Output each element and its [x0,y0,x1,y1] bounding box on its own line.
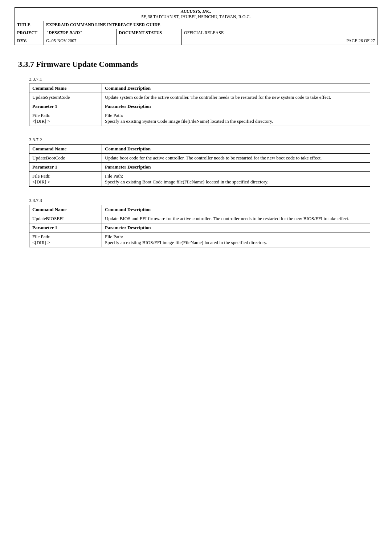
col-command-name: Command Name [29,145,102,154]
document-label: DOCUMENT STATUS [117,29,182,37]
col-command-desc: Command Description [102,205,370,214]
param-desc-cell: File Path:Specify an existing BIOS/EFI i… [102,232,370,247]
title-label: TITLE [15,21,44,29]
cmd-table-1: Command Name Command Description UpdateS… [29,84,370,126]
param-desc-header-cell: Parameter Description [102,223,370,232]
company-address: 5F, 38 TAIYUAN ST, JHUBEI, HSINCHU, TAIW… [142,14,251,19]
param-label-cell: Parameter 1 [29,102,102,111]
cmd-desc-cell: Update BIOS and EFI firmware for the act… [102,214,370,223]
col-command-desc: Command Description [102,84,370,93]
page: ACCUSYS, INC. 5F, 38 TAIYUAN ST, JHUBEI,… [0,0,392,555]
header-table: ACCUSYS, INC. 5F, 38 TAIYUAN ST, JHUBEI,… [15,7,377,45]
cmd-header-row: Command Name Command Description [29,84,370,93]
cmd-data-row: UpdateBIOSEFI Update BIOS and EFI firmwa… [29,214,370,223]
param-header-row: Parameter 1 Parameter Description [29,223,370,232]
page-placeholder [117,37,182,45]
cmd-desc-cell: Update boot code for the active controll… [102,154,370,163]
cmd-table-2: Command Name Command Description UpdateB… [29,144,370,187]
cmd-data-row: UpdateBootCode Update boot code for the … [29,154,370,163]
cmd-name-cell: UpdateBootCode [29,154,102,163]
subsection-num-3: 3.3.7.3 [15,198,377,203]
param-desc-header-cell: Parameter Description [102,163,370,172]
param-data-row: File Path:<[DIR] > File Path:Specify an … [29,232,370,247]
project-value: "DESKTOP RAID" [44,29,117,37]
cmd-header-row: Command Name Command Description [29,145,370,154]
param-desc-cell: File Path:Specify an existing Boot Code … [102,172,370,187]
tables-container: 3.3.7.1 Command Name Command Description… [15,76,377,247]
rev-value: G–05-NOV-2007 [44,37,117,45]
company-info: ACCUSYS, INC. 5F, 38 TAIYUAN ST, JHUBEI,… [15,8,377,21]
subsection-num-1: 3.3.7.1 [15,76,377,82]
param-name-cell: File Path:<[DIR] > [29,111,102,126]
cmd-name-cell: UpdateSystemCode [29,93,102,102]
param-desc-cell: File Path:Specify an existing System Cod… [102,111,370,126]
cmd-header-row: Command Name Command Description [29,205,370,214]
page-value: PAGE 26 OF 27 [182,37,377,45]
param-label-cell: Parameter 1 [29,223,102,232]
title-value: EXPERAID COMMAND LINE INTERFACE USER GUI… [44,21,377,29]
section-title: 3.3.7 Firmware Update Commands [15,60,377,69]
col-command-name: Command Name [29,205,102,214]
cmd-table-3: Command Name Command Description UpdateB… [29,205,370,247]
col-command-desc: Command Description [102,145,370,154]
company-name: ACCUSYS, INC. [181,9,211,14]
cmd-name-cell: UpdateBIOSEFI [29,214,102,223]
param-desc-header-cell: Parameter Description [102,102,370,111]
document-value: OFFICIAL RELEASE [182,29,377,37]
cmd-data-row: UpdateSystemCode Update system code for … [29,93,370,102]
subsection-num-2: 3.3.7.2 [15,137,377,143]
rev-label: REV. [15,37,44,45]
param-header-row: Parameter 1 Parameter Description [29,163,370,172]
param-header-row: Parameter 1 Parameter Description [29,102,370,111]
param-label-cell: Parameter 1 [29,163,102,172]
param-name-cell: File Path:<[DIR] > [29,172,102,187]
param-name-cell: File Path:<[DIR] > [29,232,102,247]
project-label: PROJECT [15,29,44,37]
cmd-desc-cell: Update system code for the active contro… [102,93,370,102]
col-command-name: Command Name [29,84,102,93]
param-data-row: File Path:<[DIR] > File Path:Specify an … [29,111,370,126]
param-data-row: File Path:<[DIR] > File Path:Specify an … [29,172,370,187]
